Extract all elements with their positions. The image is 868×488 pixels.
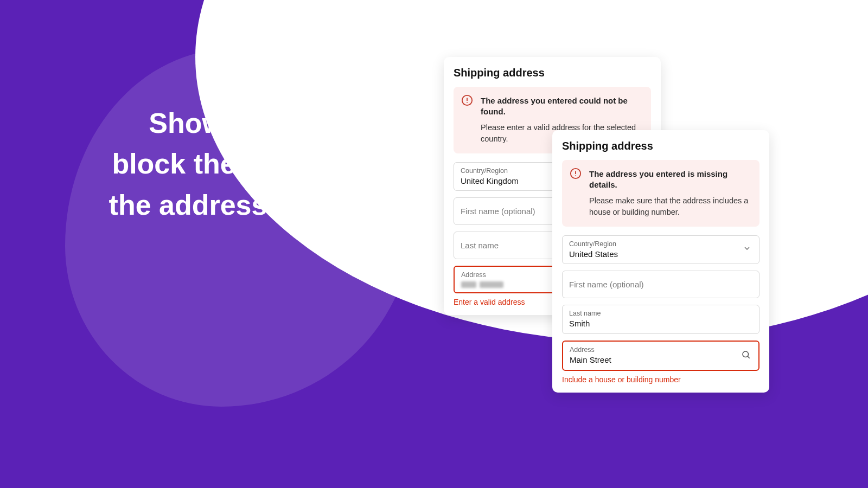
alert-title: The address you entered could not be fou… xyxy=(481,95,642,118)
search-icon xyxy=(741,350,751,362)
first-name-input[interactable]: First name (optional) xyxy=(562,271,760,298)
alert-body: Please make sure that the address includ… xyxy=(589,195,751,218)
promo-stage: Show error and block the checkout if the… xyxy=(0,0,868,488)
first-name-placeholder: First name (optional) xyxy=(569,275,752,293)
alert-icon xyxy=(461,94,473,106)
address-input[interactable]: Address Main Street xyxy=(562,341,760,371)
address-value: Main Street xyxy=(570,355,752,365)
last-name-value: Smith xyxy=(569,319,752,329)
shipping-card-missingdetails: Shipping address The address you entered… xyxy=(552,130,769,393)
alert-title: The address you entered is missing detai… xyxy=(589,169,751,191)
error-alert: The address you entered is missing detai… xyxy=(562,160,760,227)
card-title: Shipping address xyxy=(562,140,760,152)
last-name-input[interactable]: Last name Smith xyxy=(562,305,760,334)
country-label: Country/Region xyxy=(569,240,752,248)
svg-point-2 xyxy=(467,102,468,103)
background-blob xyxy=(65,49,412,407)
chevron-down-icon xyxy=(743,244,751,255)
card-title: Shipping address xyxy=(454,67,651,79)
svg-line-7 xyxy=(748,356,749,358)
address-error-text: Include a house or building number xyxy=(562,375,760,384)
last-name-label: Last name xyxy=(569,310,752,318)
svg-point-5 xyxy=(575,175,576,176)
svg-point-6 xyxy=(743,351,749,357)
country-select[interactable]: Country/Region United States xyxy=(562,235,760,265)
address-label: Address xyxy=(570,346,752,354)
alert-icon xyxy=(570,168,582,179)
headline-text: Show error and block the checkout if the… xyxy=(108,103,396,226)
country-value: United States xyxy=(569,249,752,260)
